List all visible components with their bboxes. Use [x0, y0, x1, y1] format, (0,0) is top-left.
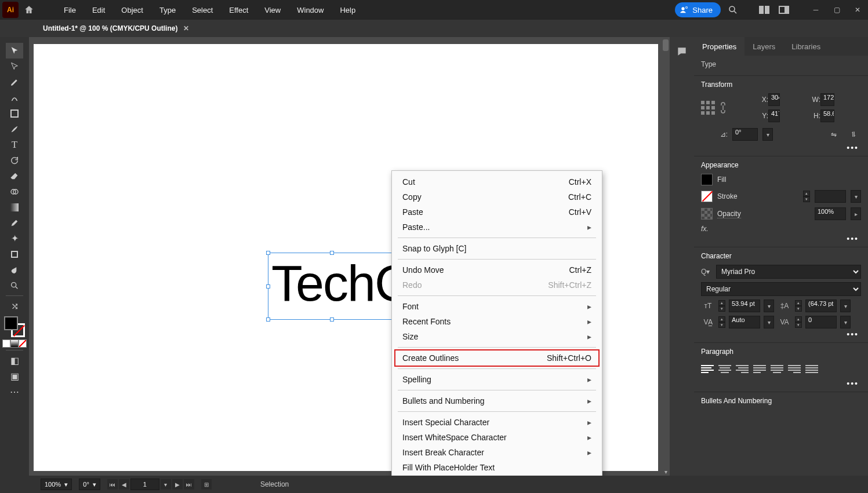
vertical-scrollbar[interactable]: ▴▾ [662, 37, 670, 476]
ctx-cut[interactable]: CutCtrl+X [392, 174, 602, 189]
canvas[interactable]: TechC ▴▾ CutCtrl+X CopyCtrl+C PasteCtrl+… [29, 37, 670, 476]
artboard-first[interactable]: ⏮ [107, 479, 118, 490]
window-close-button[interactable]: ✕ [849, 4, 866, 16]
justify-center[interactable] [771, 364, 783, 374]
ctx-paste[interactable]: PasteCtrl+V [392, 204, 602, 220]
character-more-options[interactable]: ••• [701, 328, 861, 340]
kerning-input[interactable]: Auto [729, 316, 760, 328]
shape-builder-tool[interactable] [6, 184, 23, 199]
fill-stroke-swatch[interactable] [4, 316, 25, 337]
stroke-weight-dropdown[interactable]: ▾ [851, 190, 861, 203]
ctx-snap-glyph[interactable]: Snap to Glyph [C] [392, 241, 602, 256]
y-input[interactable]: 417.8735 p [768, 109, 780, 122]
angle-input[interactable]: 0° [732, 128, 758, 141]
eyedropper-tool[interactable] [6, 215, 23, 231]
justify-all[interactable] [805, 364, 818, 374]
menu-window[interactable]: Window [290, 0, 331, 20]
ctx-create-outlines[interactable]: Create OutlinesShift+Ctrl+O [392, 350, 602, 366]
angle-dropdown[interactable]: ▾ [762, 128, 773, 141]
workspace-switcher-icon[interactable] [776, 2, 791, 17]
ctx-insert-whitespace[interactable]: Insert WhiteSpace Character▸ [392, 430, 602, 445]
fill-swatch[interactable] [4, 316, 18, 330]
tab-libraries[interactable]: Libraries [783, 37, 829, 56]
artboard-next[interactable]: ▶ [172, 479, 183, 490]
color-mode-gradient[interactable] [10, 339, 19, 348]
ctx-bullets[interactable]: Bullets and Numbering▸ [392, 393, 602, 408]
toggle-fill-stroke[interactable]: ⤭ [6, 298, 23, 314]
paragraph-more-options[interactable]: ••• [701, 378, 861, 389]
font-size-dropdown[interactable]: ▾ [764, 300, 774, 312]
align-right[interactable] [736, 364, 749, 374]
zoom-level[interactable]: 100% ▾ [41, 479, 72, 490]
ctx-size[interactable]: Size▸ [392, 329, 602, 344]
hand-tool[interactable] [6, 262, 23, 277]
color-mode-solid[interactable] [2, 339, 10, 348]
find-font-icon[interactable]: Q▾ [701, 268, 711, 276]
align-left[interactable] [701, 364, 714, 374]
stroke-weight-input[interactable] [815, 190, 846, 203]
menu-type[interactable]: Type [152, 0, 183, 20]
search-icon[interactable] [725, 2, 740, 17]
leading-input[interactable]: (64.73 pt [805, 300, 837, 312]
justify-right[interactable] [788, 364, 801, 374]
h-input[interactable]: 58.6377 pt [820, 109, 834, 122]
menu-object[interactable]: Object [114, 0, 150, 20]
selection-bounding-box[interactable] [268, 253, 395, 320]
appearance-more-options[interactable]: ••• [701, 233, 861, 244]
artboard-nav-icon[interactable]: ⊞ [201, 479, 212, 490]
color-mode-none[interactable] [19, 339, 27, 348]
opacity-dropdown[interactable]: ▸ [851, 207, 861, 220]
font-style-select[interactable]: Regular [701, 282, 861, 296]
rotate-tool[interactable] [6, 152, 23, 168]
ctx-font[interactable]: Font▸ [392, 299, 602, 314]
menu-select[interactable]: Select [185, 0, 220, 20]
leading-stepper[interactable]: ▴▾ [795, 300, 802, 312]
artboard-number[interactable]: 1 [130, 479, 159, 490]
reference-point-selector[interactable] [701, 101, 718, 115]
transform-more-options[interactable]: ••• [701, 142, 861, 154]
menu-file[interactable]: File [57, 0, 83, 20]
draw-mode[interactable]: ◧ [6, 353, 23, 368]
tracking-dropdown[interactable]: ▾ [840, 316, 851, 328]
ctx-spelling[interactable]: Spelling▸ [392, 372, 602, 387]
font-size-input[interactable]: 53.94 pt [729, 300, 760, 312]
direct-selection-tool[interactable] [6, 59, 23, 74]
ctx-undo[interactable]: Undo MoveCtrl+Z [392, 262, 602, 277]
ctx-insert-break[interactable]: Insert Break Character▸ [392, 445, 602, 460]
constrain-proportions-icon[interactable] [718, 101, 728, 114]
fx-icon[interactable]: fx. [701, 225, 709, 233]
align-center[interactable] [718, 364, 731, 374]
selection-tool[interactable] [6, 43, 23, 59]
font-size-stepper[interactable]: ▴▾ [718, 300, 725, 312]
rotate-view[interactable]: 0° ▾ [79, 479, 100, 490]
ctx-paste-more[interactable]: Paste...▸ [392, 220, 602, 235]
tracking-stepper[interactable]: ▴▾ [795, 316, 802, 328]
artboard-last[interactable]: ⏭ [184, 479, 194, 490]
opacity-swatch[interactable] [701, 208, 713, 220]
artboard-prev[interactable]: ◀ [119, 479, 129, 490]
leading-dropdown[interactable]: ▾ [840, 300, 851, 312]
rectangle-tool[interactable] [6, 105, 23, 121]
ctx-insert-special[interactable]: Insert Special Character▸ [392, 415, 602, 430]
comments-panel-icon[interactable] [674, 44, 689, 59]
home-button[interactable] [21, 2, 37, 18]
edit-toolbar[interactable]: ⋯ [6, 384, 23, 400]
flip-vertical-icon[interactable]: ⥮ [846, 127, 861, 142]
menu-edit[interactable]: Edit [85, 0, 112, 20]
x-input[interactable]: 304.2708 p [768, 93, 780, 106]
opacity-input[interactable]: 100% [815, 207, 846, 220]
zoom-tool[interactable] [6, 277, 23, 293]
menu-view[interactable]: View [257, 0, 288, 20]
paintbrush-tool[interactable] [6, 121, 23, 137]
artboard-tool[interactable] [6, 246, 23, 262]
type-tool[interactable]: T [6, 137, 23, 152]
justify-left[interactable] [753, 364, 766, 374]
ctx-fill-placeholder[interactable]: Fill With PlaceHolder Text [392, 460, 602, 475]
screen-mode[interactable]: ▣ [6, 368, 23, 384]
ctx-recent-fonts[interactable]: Recent Fonts▸ [392, 314, 602, 329]
pen-tool[interactable] [6, 74, 23, 90]
flip-horizontal-icon[interactable]: ⇋ [826, 127, 841, 142]
share-button[interactable]: Share [675, 2, 721, 17]
tab-properties[interactable]: Properties [694, 37, 744, 56]
arrange-docs-icon[interactable] [757, 2, 772, 17]
